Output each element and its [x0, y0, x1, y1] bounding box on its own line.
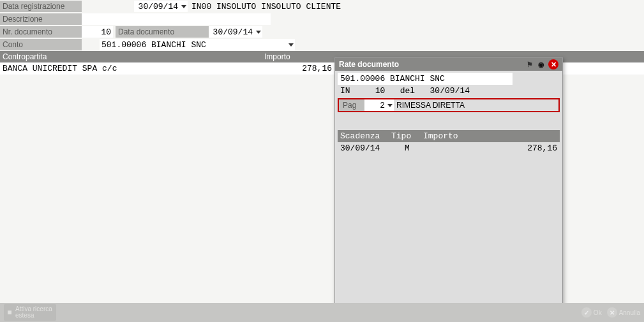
- estesa-label: estesa: [15, 312, 52, 319]
- conto-dropdown[interactable]: [287, 39, 295, 50]
- nr-documento-input[interactable]: [82, 26, 113, 38]
- conto-label: Conto: [0, 39, 82, 50]
- data-documento-label: Data documento: [116, 26, 209, 38]
- dialog-account: 501.00006 BIANCHI SNC: [338, 73, 513, 85]
- grid-cell-contropartita: BANCA UNICREDIT SPA c/c: [0, 62, 262, 75]
- header-text: IN00 INSOLUTO INSOLUTO CLIENTE: [191, 2, 341, 11]
- dialog-h-scadenza: Scadenza: [340, 131, 391, 141]
- bottom-ok-button[interactable]: ✓ Ok: [581, 307, 602, 318]
- pag-dropdown[interactable]: [386, 99, 394, 111]
- dialog-doc-line: IN 10 del 30/09/14: [338, 85, 560, 97]
- record-icon[interactable]: ◉: [537, 60, 546, 69]
- bottom-ok-label: Ok: [594, 309, 602, 316]
- dialog-table-header: Scadenza Tipo Importo: [338, 130, 560, 142]
- bottom-annulla-button[interactable]: ✕ Annulla: [607, 307, 640, 318]
- grid-header-contropartita: Contropartita: [0, 51, 262, 62]
- dialog-doc-del: del: [400, 86, 415, 96]
- data-registrazione-dropdown[interactable]: [180, 1, 188, 12]
- data-documento-dropdown[interactable]: [255, 26, 262, 38]
- grid-header-importo: Importo: [262, 51, 334, 62]
- dialog-h-importo: Importo: [423, 131, 557, 141]
- attiva-ricerca-estesa-button[interactable]: Attiva ricerca estesa: [4, 304, 56, 321]
- data-registrazione-label: Data registrazione: [0, 1, 82, 12]
- data-documento-input[interactable]: [209, 26, 255, 38]
- dialog-cell-scadenza: 30/09/14: [340, 143, 391, 153]
- pag-label: Pag: [339, 99, 364, 111]
- dialog-title-text: Rate documento: [339, 60, 525, 69]
- pin-icon[interactable]: ⚑: [525, 60, 534, 69]
- dialog-cell-tipo: M: [391, 143, 423, 153]
- check-icon: ✓: [581, 307, 592, 318]
- descrizione-input[interactable]: [82, 13, 271, 25]
- pag-text: RIMESSA DIRETTA: [394, 101, 465, 110]
- dialog-data-row[interactable]: 30/09/14 M 278,16: [338, 142, 560, 154]
- dialog-doc-num: 10: [375, 86, 386, 96]
- nr-documento-label: Nr. documento: [0, 26, 82, 38]
- conto-input[interactable]: [100, 39, 287, 50]
- dialog-doc-prefix: IN: [340, 86, 350, 96]
- square-icon: [8, 311, 11, 314]
- bottom-bar: Attiva ricerca estesa ✓ Ok ✕ Annulla: [0, 303, 644, 322]
- descrizione-label: Descrizione: [0, 13, 82, 25]
- x-icon: ✕: [607, 307, 617, 318]
- grid-cell-importo: 278,16: [262, 62, 334, 75]
- dialog-cell-importo: 278,16: [423, 143, 557, 153]
- dialog-h-tipo: Tipo: [391, 131, 423, 141]
- close-icon[interactable]: ✕: [548, 59, 558, 70]
- dialog-titlebar[interactable]: Rate documento ⚑ ◉ ✕: [335, 58, 562, 71]
- pag-input[interactable]: [364, 99, 386, 111]
- pag-row: Pag RIMESSA DIRETTA: [338, 98, 560, 112]
- bottom-annulla-label: Annulla: [619, 309, 640, 316]
- dialog-doc-date: 30/09/14: [430, 86, 470, 96]
- rate-documento-dialog: Rate documento ⚑ ◉ ✕ 501.00006 BIANCHI S…: [334, 57, 563, 318]
- data-registrazione-input[interactable]: [134, 1, 180, 12]
